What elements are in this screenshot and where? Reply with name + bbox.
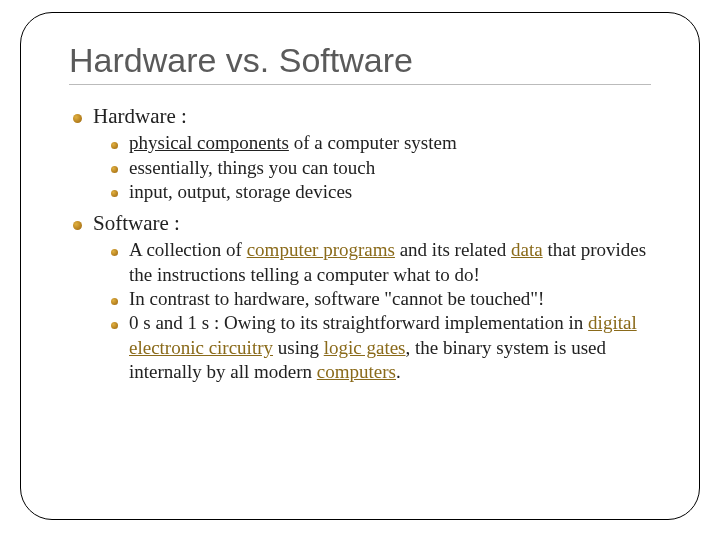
section-heading: Software : bbox=[93, 211, 180, 235]
hyperlink-text[interactable]: data bbox=[511, 239, 543, 260]
hyperlink-text[interactable]: computers bbox=[317, 361, 396, 382]
text-run: using bbox=[273, 337, 324, 358]
text-run: of a computer system bbox=[289, 132, 457, 153]
text-run: In contrast to hardware, software "canno… bbox=[129, 288, 544, 309]
text-run: A collection of bbox=[129, 239, 247, 260]
slide-frame: Hardware vs. Software Hardware : physica… bbox=[20, 12, 700, 520]
slide-title: Hardware vs. Software bbox=[69, 41, 651, 85]
section-hardware: Hardware : physical components of a comp… bbox=[73, 103, 651, 204]
text-run: input, output, storage devices bbox=[129, 181, 352, 202]
text-run: . bbox=[396, 361, 401, 382]
underlined-text: physical components bbox=[129, 132, 289, 153]
list-item: physical components of a computer system bbox=[111, 131, 651, 155]
section-heading: Hardware : bbox=[93, 104, 187, 128]
text-run: 0 s and 1 s : Owing to its straightforwa… bbox=[129, 312, 588, 333]
list-item: In contrast to hardware, software "canno… bbox=[111, 287, 651, 311]
content-list: Hardware : physical components of a comp… bbox=[69, 103, 651, 384]
hyperlink-text[interactable]: digital bbox=[588, 312, 637, 333]
text-run: essentially, things you can touch bbox=[129, 157, 375, 178]
software-items: A collection of computer programs and it… bbox=[93, 238, 651, 384]
hyperlink-text[interactable]: computer programs bbox=[247, 239, 395, 260]
hardware-items: physical components of a computer system… bbox=[93, 131, 651, 204]
list-item: essentially, things you can touch bbox=[111, 156, 651, 180]
list-item: A collection of computer programs and it… bbox=[111, 238, 651, 287]
slide: Hardware vs. Software Hardware : physica… bbox=[0, 0, 720, 540]
section-software: Software : A collection of computer prog… bbox=[73, 210, 651, 384]
hyperlink-text[interactable]: logic gates bbox=[324, 337, 406, 358]
hyperlink-text[interactable]: electronic circuitry bbox=[129, 337, 273, 358]
text-run: and its related bbox=[395, 239, 511, 260]
list-item: input, output, storage devices bbox=[111, 180, 651, 204]
list-item: 0 s and 1 s : Owing to its straightforwa… bbox=[111, 311, 651, 384]
